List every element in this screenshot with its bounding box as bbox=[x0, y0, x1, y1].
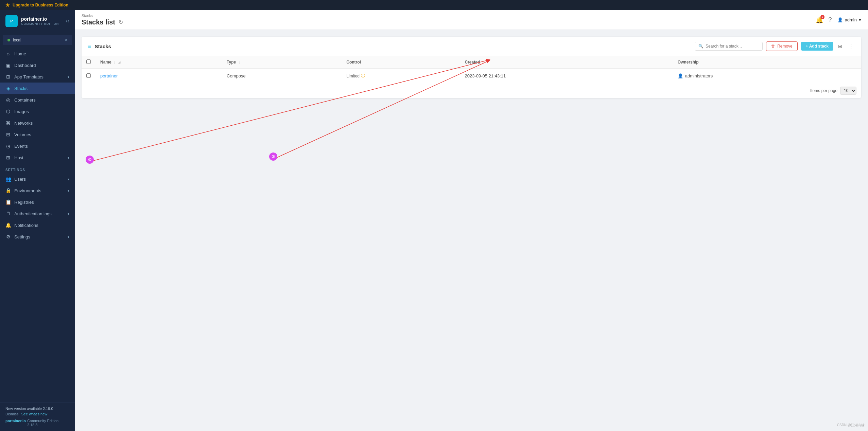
sidebar-item-users[interactable]: 👥 Users ▾ bbox=[0, 173, 75, 185]
sidebar-item-events[interactable]: ◷ Events bbox=[0, 140, 75, 152]
select-all-checkbox[interactable] bbox=[86, 59, 91, 64]
table-footer: Items per page 10 bbox=[82, 83, 861, 98]
search-box: 🔍 bbox=[695, 42, 763, 51]
sidebar-item-stacks[interactable]: ◈ Stacks bbox=[0, 83, 75, 94]
env-badge[interactable]: local × bbox=[3, 35, 72, 45]
created-sort-icon[interactable]: ↕ bbox=[483, 60, 484, 64]
edition-label: COMMUNITY EDITION bbox=[21, 22, 59, 26]
sidebar-item-label: Environments bbox=[14, 188, 41, 193]
star-icon: ★ bbox=[5, 2, 10, 8]
dismiss-button[interactable]: Dismiss bbox=[5, 412, 19, 416]
env-name: local bbox=[7, 38, 21, 42]
remove-button[interactable]: 🗑 Remove bbox=[766, 41, 798, 51]
sidebar-item-volumes[interactable]: ⊟ Volumes bbox=[0, 129, 75, 140]
dashboard-icon: ▣ bbox=[5, 62, 11, 68]
name-filter-icon[interactable]: ⊿ bbox=[118, 60, 121, 64]
sidebar-item-host[interactable]: ⊞ Host ▾ bbox=[0, 152, 75, 163]
containers-icon: ◎ bbox=[5, 97, 11, 103]
control-value: Limited bbox=[346, 74, 360, 78]
stacks-card: ≡ Stacks 🔍 🗑 Remove + Add st bbox=[82, 37, 861, 98]
sidebar-item-label: Settings bbox=[14, 234, 30, 239]
sidebar-item-label: Users bbox=[14, 177, 26, 182]
columns-button[interactable]: ⊞ bbox=[837, 42, 844, 50]
see-whats-new-link[interactable]: See what's new bbox=[21, 412, 48, 416]
collapse-sidebar-button[interactable]: ‹‹ bbox=[66, 18, 69, 24]
sidebar-item-settings[interactable]: ⚙ Settings ▾ bbox=[0, 231, 75, 243]
select-all-header bbox=[82, 56, 96, 69]
stack-created-cell: 2023-09-05 21:43:11 bbox=[460, 69, 673, 83]
host-icon: ⊞ bbox=[5, 155, 11, 160]
main-content: Stacks Stacks list ↻ 🔔 1 ? 👤 admin ▾ bbox=[75, 10, 868, 431]
stack-control-cell: Limited ⓘ bbox=[342, 69, 460, 83]
settings-icon: ⚙ bbox=[5, 234, 11, 239]
row-checkbox-cell bbox=[82, 69, 96, 83]
header-right: 🔔 1 ? 👤 admin ▾ bbox=[816, 16, 861, 24]
refresh-button[interactable]: ↻ bbox=[119, 19, 123, 25]
sidebar-item-label: Notifications bbox=[14, 223, 38, 228]
user-icon: 👤 bbox=[837, 17, 843, 22]
search-input[interactable] bbox=[706, 44, 759, 49]
sidebar-item-networks[interactable]: ⌘ Networks bbox=[0, 117, 75, 129]
type-label: Type bbox=[227, 60, 236, 65]
upgrade-bar[interactable]: ★ Upgrade to Business Edition bbox=[0, 0, 868, 10]
stack-ownership-cell: 👤 administrators bbox=[673, 69, 861, 83]
content-area: ≡ Stacks 🔍 🗑 Remove + Add st bbox=[75, 30, 868, 431]
breadcrumb: Stacks bbox=[82, 14, 123, 18]
brand-name: portainer.io bbox=[21, 16, 59, 22]
env-close-button[interactable]: × bbox=[65, 38, 67, 42]
stack-name-link[interactable]: portainer bbox=[100, 73, 118, 78]
row-checkbox[interactable] bbox=[86, 73, 91, 78]
sidebar-item-environments[interactable]: 🔒 Environments ▾ bbox=[0, 185, 75, 196]
sidebar-item-images[interactable]: ⬡ Images bbox=[0, 106, 75, 117]
name-sort-icon[interactable]: ↕ bbox=[114, 60, 116, 64]
stacks-table: Name ↕ ⊿ Type ↕ Control bbox=[82, 56, 861, 83]
info-icon[interactable]: ⓘ bbox=[361, 73, 365, 79]
name-label: Name bbox=[100, 60, 111, 65]
sidebar-item-dashboard[interactable]: ▣ Dashboard bbox=[0, 59, 75, 71]
sidebar-item-label: App Templates bbox=[14, 74, 44, 79]
networks-icon: ⌘ bbox=[5, 120, 11, 126]
sidebar-item-registries[interactable]: 📋 Registries bbox=[0, 196, 75, 208]
stacks-card-icon: ≡ bbox=[88, 43, 91, 50]
type-sort-icon[interactable]: ↕ bbox=[239, 60, 240, 64]
card-actions: 🔍 🗑 Remove + Add stack ⊞ ⋮ bbox=[695, 41, 855, 51]
add-stack-button[interactable]: + Add stack bbox=[801, 42, 833, 51]
created-column-header: Created ↕ bbox=[460, 56, 673, 69]
sidebar-item-label: Stacks bbox=[14, 86, 28, 91]
per-page-select[interactable]: 10 bbox=[840, 87, 856, 95]
sidebar-item-app-templates[interactable]: ⊞ App Templates ▾ bbox=[0, 71, 75, 83]
stacks-icon: ◈ bbox=[5, 86, 11, 91]
sidebar-logo: P portainer.io COMMUNITY EDITION ‹‹ bbox=[0, 10, 75, 32]
sidebar-footer: New version available 2.19.0 Dismiss See… bbox=[0, 402, 75, 431]
footer-links: Dismiss See what's new bbox=[5, 412, 69, 416]
chevron-down-icon: ▾ bbox=[68, 177, 69, 181]
user-menu[interactable]: 👤 admin ▾ bbox=[837, 17, 861, 22]
sidebar-item-label: Containers bbox=[14, 97, 36, 103]
control-badge: Limited ⓘ bbox=[346, 73, 365, 79]
sidebar: P portainer.io COMMUNITY EDITION ‹‹ loca… bbox=[0, 10, 75, 431]
sidebar-item-label: Volumes bbox=[14, 132, 31, 137]
sidebar-item-home[interactable]: ⌂ Home bbox=[0, 48, 75, 59]
username-label: admin bbox=[845, 17, 857, 22]
events-icon: ◷ bbox=[5, 143, 11, 149]
control-label: Control bbox=[346, 60, 361, 65]
notification-badge: 1 bbox=[820, 15, 824, 19]
notifications-header-icon[interactable]: 🔔 1 bbox=[816, 16, 823, 24]
sidebar-item-containers[interactable]: ◎ Containers bbox=[0, 94, 75, 106]
table-row: portainer Compose Limited ⓘ bbox=[82, 69, 861, 83]
stack-type-cell: Compose bbox=[222, 69, 342, 83]
sidebar-item-notifications[interactable]: 🔔 Notifications bbox=[0, 219, 75, 231]
logo-area: P portainer.io COMMUNITY EDITION bbox=[5, 15, 59, 27]
sidebar-item-label: Registries bbox=[14, 200, 34, 205]
chevron-down-icon: ▾ bbox=[68, 75, 69, 79]
sidebar-item-label: Authentication logs bbox=[14, 211, 52, 216]
stack-type-value: Compose bbox=[227, 73, 246, 78]
more-options-button[interactable]: ⋮ bbox=[847, 42, 855, 51]
sidebar-item-auth-logs[interactable]: 🗒 Authentication logs ▾ bbox=[0, 208, 75, 219]
settings-section-label: Settings bbox=[0, 163, 75, 173]
sidebar-item-label: Images bbox=[14, 109, 29, 114]
search-icon: 🔍 bbox=[698, 44, 704, 49]
help-icon[interactable]: ? bbox=[829, 16, 832, 23]
control-column-header: Control bbox=[342, 56, 460, 69]
table-body: portainer Compose Limited ⓘ bbox=[82, 69, 861, 83]
